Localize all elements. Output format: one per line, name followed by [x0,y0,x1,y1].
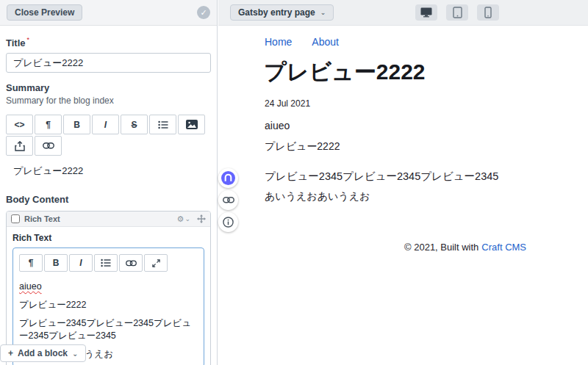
add-block-button[interactable]: + Add a block ⌄ [0,344,86,362]
rich-text-block: Rich Text ⚙⌄ Rich Text [6,211,211,365]
chevron-down-icon: ⌄ [320,9,326,16]
title-field-section: Title* [6,26,211,73]
editor-header: Close Preview ✓ [0,0,217,26]
image-icon[interactable] [178,115,205,134]
italic-icon[interactable]: I [92,115,119,134]
bold-icon[interactable]: B [63,115,90,134]
editor-pane: Close Preview ✓ Title* Summary Summary f… [0,0,218,365]
tablet-icon [453,7,462,18]
phone-icon [484,7,492,18]
plus-icon: + [8,348,13,358]
expand-icon[interactable] [144,254,168,272]
post-paragraph: プレビュー2222 [265,140,340,153]
footer-link-craft-cms[interactable]: Craft CMS [481,242,526,253]
export-icon[interactable] [6,136,33,156]
preview-header: Gatsby entry page ⌄ [218,0,588,26]
link-icon[interactable] [35,136,62,156]
code-icon[interactable]: <> [6,115,33,134]
add-block-label: Add a block [18,348,68,358]
body-content-section: Body Content Rich Text ⚙⌄ [6,194,211,365]
preview-target-dropdown[interactable]: Gatsby entry page ⌄ [230,4,334,21]
rich-text-toolbar: ¶ B I [19,254,198,272]
misspelled-word[interactable]: aiueo [19,281,42,292]
block-header: Rich Text ⚙⌄ [7,212,210,227]
summary-toolbar: <> ¶ B I S [6,115,207,156]
block-title: Rich Text [24,214,60,223]
info-icon [223,217,234,228]
close-preview-button[interactable]: Close Preview [7,4,82,21]
site-nav: Home About [265,36,339,48]
device-toggle-group [415,4,499,21]
preview-pane: Gatsby entry page ⌄ [218,0,588,365]
summary-content[interactable]: プレビュー2222 [13,165,211,178]
required-asterisk: * [27,36,30,43]
post-paragraph: aiueo [265,120,290,131]
floating-toolbar [218,168,238,232]
gear-icon: ⚙ [177,214,184,224]
block-settings-button[interactable]: ⚙⌄ [177,214,190,224]
paragraph-icon[interactable]: ¶ [35,115,62,134]
preview-target-label: Gatsby entry page [238,7,315,18]
rte-paragraph: aiueo [19,281,198,293]
info-button[interactable] [218,212,238,232]
title-field-label: Title [6,37,26,48]
move-handle-icon[interactable] [197,214,206,223]
post-paragraph: あいうえおあいうえお [265,190,370,203]
chevron-down-icon: ⌄ [72,350,78,358]
summary-field-section: Summary Summary for the blog index <> ¶ … [6,82,211,178]
rte-paragraph[interactable]: プレビュー2222 [19,299,198,311]
bullet-list-icon[interactable] [94,254,118,272]
title-input[interactable] [6,53,211,73]
bullet-list-icon[interactable] [149,115,176,134]
desktop-icon [420,7,432,18]
site-footer: © 2021, Built withCraft CMS [404,242,526,253]
rte-paragraph[interactable]: プレビュー2345プレビュー2345プレビュー2345プレビュー2345 [19,317,198,342]
link-chain-icon [223,197,234,203]
nav-link-about[interactable]: About [312,36,339,48]
body-content-label: Body Content [6,194,211,205]
site-preview: Home About プレビュー2222 24 Jul 2021 aiueo プ… [218,26,588,365]
summary-instructions: Summary for the blog index [6,95,211,106]
block-select-checkbox[interactable] [11,214,20,223]
summary-field-label: Summary [6,82,211,93]
logo-button[interactable] [218,168,238,188]
saved-check-icon: ✓ [197,6,210,19]
post-paragraph: プレビュー2345プレビュー2345プレビュー2345 [265,170,498,184]
link-icon[interactable] [119,254,143,272]
device-phone-button[interactable] [477,4,499,21]
footer-text: © 2021, Built with [404,242,478,253]
italic-icon[interactable]: I [69,254,93,272]
bold-icon[interactable]: B [44,254,68,272]
logo-icon [221,171,235,185]
post-title: プレビュー2222 [264,57,426,87]
rich-text-field-label: Rich Text [12,233,204,243]
editor-body: Title* Summary Summary for the blog inde… [0,26,217,365]
strikethrough-icon[interactable]: S [121,115,148,134]
chevron-down-icon: ⌄ [184,215,190,223]
block-header-icons: ⚙⌄ [177,214,206,224]
device-tablet-button[interactable] [446,4,468,21]
copy-link-button[interactable] [218,190,238,210]
nav-link-home[interactable]: Home [265,36,292,48]
post-date: 24 Jul 2021 [265,98,310,109]
device-desktop-button[interactable] [415,4,437,21]
paragraph-icon[interactable]: ¶ [19,254,43,272]
